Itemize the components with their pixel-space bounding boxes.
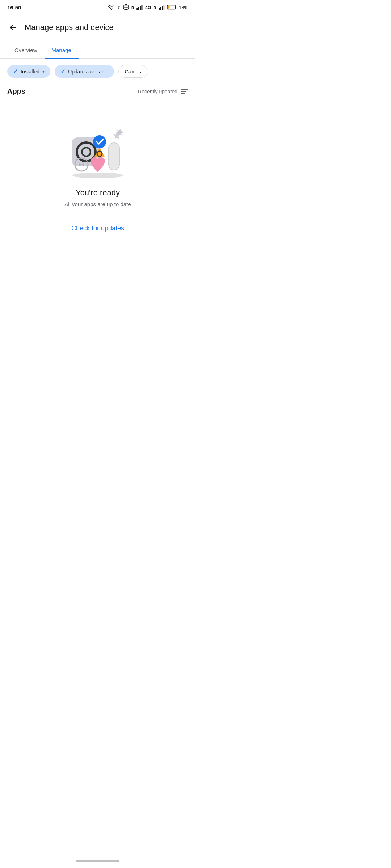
chip-updates-check-icon: ✓ — [60, 68, 65, 75]
svg-text:R: R — [154, 6, 156, 10]
check-updates-button[interactable]: Check for updates — [71, 225, 124, 232]
svg-rect-9 — [141, 5, 142, 10]
svg-rect-16 — [175, 6, 176, 8]
sort-label: Recently updated — [138, 89, 177, 94]
svg-rect-8 — [140, 6, 141, 10]
status-bar: 16:50 ? R 4G — [0, 0, 196, 14]
chip-installed[interactable]: ✓ Installed ▾ — [7, 65, 50, 78]
svg-rect-7 — [138, 7, 139, 10]
svg-text:?: ? — [117, 5, 120, 10]
svg-rect-26 — [109, 143, 119, 170]
main-content: You're ready All your apps are up to dat… — [0, 101, 196, 254]
tab-overview[interactable]: Overview — [7, 42, 45, 58]
svg-text:R: R — [131, 6, 134, 10]
sort-control[interactable]: Recently updated — [138, 88, 188, 95]
chip-installed-label: Installed — [21, 69, 39, 75]
status-time: 16:50 — [7, 4, 21, 10]
back-button[interactable] — [6, 20, 20, 35]
svg-point-21 — [72, 173, 123, 178]
signal-r2-icon: R — [154, 5, 156, 10]
svg-point-30 — [79, 163, 81, 166]
signal-r-icon: R — [131, 5, 134, 10]
globe-icon — [123, 4, 129, 10]
signal-bars-icon — [136, 5, 143, 10]
chip-updates-label: Updates available — [68, 69, 108, 75]
page-title: Manage apps and device — [25, 23, 114, 32]
filter-chips: ✓ Installed ▾ ✓ Updates available Games — [0, 59, 196, 84]
apps-section-label: Apps — [7, 87, 25, 95]
svg-point-25 — [93, 135, 106, 148]
svg-point-31 — [82, 163, 84, 166]
empty-state-subtitle: All your apps are up to date — [64, 201, 131, 207]
empty-state-illustration — [62, 116, 134, 188]
chip-check-icon: ✓ — [13, 68, 18, 75]
chip-updates-available[interactable]: ✓ Updates available — [55, 65, 114, 78]
network-label: 4G — [145, 5, 151, 10]
svg-rect-17 — [168, 6, 170, 8]
wifi-question-icon: ? — [117, 5, 121, 10]
svg-rect-6 — [136, 8, 138, 10]
signal-bars2-icon — [159, 5, 165, 10]
tab-manage[interactable]: Manage — [45, 42, 79, 58]
chip-games-label: Games — [125, 69, 141, 75]
empty-state-title: You're ready — [76, 188, 120, 197]
back-arrow-icon — [9, 24, 17, 31]
top-bar: Manage apps and device — [0, 14, 196, 42]
chip-dropdown-icon: ▾ — [42, 69, 45, 74]
sort-icon — [180, 88, 188, 95]
wifi-icon — [108, 5, 115, 10]
apps-header: Apps Recently updated — [0, 84, 196, 101]
battery-percent: 18% — [179, 5, 188, 10]
svg-point-0 — [111, 9, 112, 10]
tabs-container: Overview Manage — [0, 42, 196, 59]
svg-rect-14 — [163, 5, 164, 10]
svg-rect-12 — [160, 7, 161, 10]
svg-rect-13 — [162, 6, 163, 10]
status-icons: ? R 4G R — [108, 4, 188, 10]
battery-icon — [167, 5, 177, 10]
chip-games[interactable]: Games — [118, 65, 147, 78]
svg-rect-11 — [159, 8, 160, 10]
